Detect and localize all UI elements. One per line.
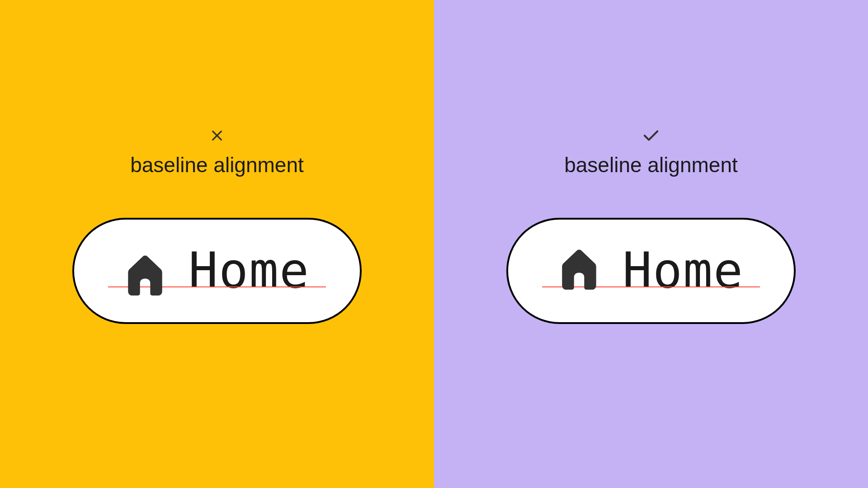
home-icon (124, 252, 166, 296)
incorrect-content-group: baseline alignment Home (72, 128, 362, 324)
correct-home-button[interactable]: Home (506, 218, 796, 324)
incorrect-example-panel: baseline alignment Home (0, 0, 434, 488)
incorrect-button-label: Home (189, 246, 310, 295)
correct-content-group: baseline alignment Home (506, 128, 796, 324)
incorrect-heading: baseline alignment (130, 153, 304, 177)
correct-example-panel: baseline alignment Home (434, 0, 868, 488)
correct-heading: baseline alignment (564, 153, 738, 177)
incorrect-home-button[interactable]: Home (72, 218, 362, 324)
x-icon (210, 128, 224, 145)
check-icon (642, 128, 660, 145)
home-icon (558, 246, 600, 291)
correct-button-label: Home (623, 246, 744, 295)
